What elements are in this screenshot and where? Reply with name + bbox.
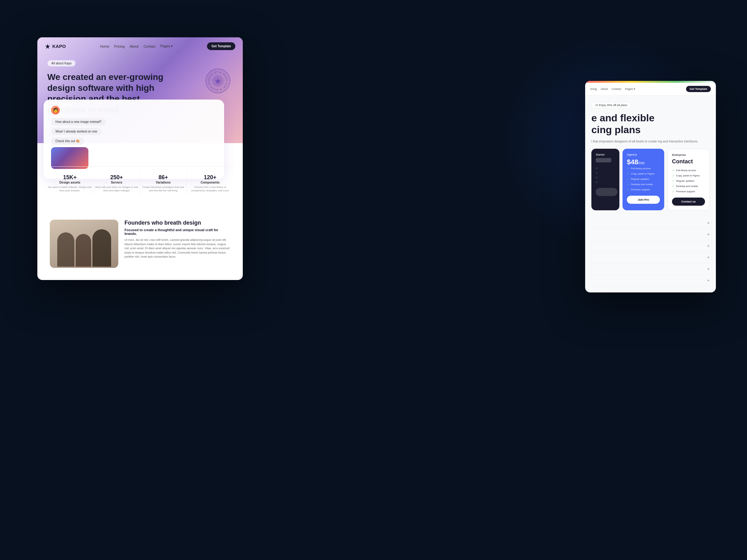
stat-number-3: 86+ xyxy=(141,174,185,181)
enterprise-features: ✓Full library access ✓Copy, paste to Fig… xyxy=(672,169,705,193)
promo-badge: 🏷 Enjoy 30% off all plans xyxy=(591,102,631,108)
logo-text: KAPO xyxy=(52,44,66,49)
svg-text:MADE BY ★ MADE FOR ★ MADE BY ★: MADE BY ★ MADE FOR ★ MADE BY ★ xyxy=(206,69,228,91)
pricing-cards: Starter ✓ ✓ ✓ ✓ Agency $48/mo ✓Full libr… xyxy=(591,149,710,214)
pricing-get-template-button[interactable]: Get Template xyxy=(686,86,711,92)
pricing-card-agency: Agency $48/mo ✓Full library access ✓Copy… xyxy=(622,149,664,210)
pricing-subtitle: l that empowers designers of all levels … xyxy=(591,139,710,144)
founders-section: Founders who breath design Focused to cr… xyxy=(37,215,243,273)
window-front: KAPO Home Pricing About Contact Pages ▾ … xyxy=(37,37,243,280)
faq-toggle-2[interactable]: + xyxy=(707,232,710,237)
pricing-nav-pricing[interactable]: ricing xyxy=(590,87,597,90)
stat-desc-4: Choose from a vast library of components… xyxy=(188,185,232,192)
agency-feature-5: ✓Premium support xyxy=(627,188,660,191)
chat-bubble-1: How about a new image instead? xyxy=(51,118,106,125)
enterprise-feature-2: ✓Copy, paste to Figma xyxy=(672,174,705,177)
chat-header: 🧑 xyxy=(51,106,216,114)
stat-desc-3: Create interactive prototypes that look … xyxy=(141,185,185,192)
faq-item-6: + xyxy=(591,275,710,286)
stat-number-4: 120+ xyxy=(188,174,232,181)
stat-number-2: 250+ xyxy=(95,174,138,181)
faq-toggle-3[interactable]: + xyxy=(707,243,710,248)
nav-pages[interactable]: Pages ▾ xyxy=(160,44,173,48)
founders-content: Founders who breath design Focused to cr… xyxy=(44,215,236,273)
enterprise-feature-4: ✓Desktop and mobile xyxy=(672,185,705,188)
agency-price: $48/mo xyxy=(627,158,660,166)
agency-tier: Agency xyxy=(627,153,660,156)
get-template-button[interactable]: Get Template xyxy=(207,42,235,50)
pricing-nav-contact[interactable]: Contact xyxy=(612,87,621,90)
faq-toggle-5[interactable]: + xyxy=(707,266,710,271)
founders-photo xyxy=(50,220,118,268)
nav-links: Home Pricing About Contact Pages ▾ xyxy=(73,44,200,48)
enterprise-feature-1: ✓Full library access xyxy=(672,169,705,172)
logo[interactable]: KAPO xyxy=(45,44,66,49)
logo-icon xyxy=(45,44,50,49)
stat-design-assets: 15K+ Design assets No need to install so… xyxy=(47,172,93,195)
stat-components: 120+ Components Choose from a vast libra… xyxy=(187,172,233,195)
pricing-nav-about[interactable]: About xyxy=(601,87,608,90)
stat-variations: 86+ Variations Create interactive protot… xyxy=(140,172,187,195)
circle-badge: MADE BY ★ MADE FOR ★ MADE BY ★ xyxy=(205,69,230,93)
enterprise-tier: Enterprise xyxy=(672,153,705,157)
chat-bubble-2: Wow! I already worked on one xyxy=(51,128,101,135)
pricing-card-starter: Starter ✓ ✓ ✓ ✓ xyxy=(591,149,619,210)
window-back: ricing About Contact Pages ▾ Get Templat… xyxy=(585,81,716,292)
faq-toggle-6[interactable]: + xyxy=(707,278,710,283)
nav-pricing[interactable]: Pricing xyxy=(114,44,125,48)
enterprise-price: Contact xyxy=(672,158,705,165)
agency-features: ✓Full library access ✓Copy, paste to Fig… xyxy=(627,167,660,191)
starter-feature-3: ✓ xyxy=(596,176,615,179)
faq-item-2: + xyxy=(591,229,710,240)
agency-feature-2: ✓Copy, paste to Figma xyxy=(627,172,660,176)
pricing-navbar: ricing About Contact Pages ▾ Get Templat… xyxy=(585,83,716,96)
pricing-nav-pages[interactable]: Pages ▾ xyxy=(625,87,635,90)
chat-avatar: 🧑 xyxy=(51,106,60,114)
stat-label-4: Components xyxy=(188,181,232,184)
stat-label-2: Servers xyxy=(95,181,138,184)
navbar: KAPO Home Pricing About Contact Pages ▾ … xyxy=(37,37,243,55)
chat-bubble-3: Check this out 🎨 xyxy=(51,137,84,145)
starter-features: ✓ ✓ ✓ ✓ xyxy=(596,167,615,184)
faq-section: + + + + + + xyxy=(585,214,716,289)
faq-item-1: + xyxy=(591,217,710,229)
pricing-content: 🏷 Enjoy 30% off all plans e and flexible… xyxy=(585,96,716,214)
join-pro-button[interactable]: Join Pro xyxy=(627,196,660,204)
faq-toggle-1[interactable]: + xyxy=(707,220,710,225)
stat-desc-1: No need to install software. Simply star… xyxy=(48,185,92,192)
stat-label-3: Variations xyxy=(141,181,185,184)
stat-servers: 250+ Servers Work with your team on desi… xyxy=(93,172,140,195)
starter-tier: Starter xyxy=(596,153,615,156)
stats-container: 15K+ Design assets No need to install so… xyxy=(44,166,236,195)
faq-item-5: + xyxy=(591,263,710,275)
contact-us-button[interactable]: Contact us xyxy=(672,197,705,206)
chat-image xyxy=(51,147,88,169)
faq-item-3: + xyxy=(591,240,710,252)
founders-subtitle: Focused to create a thoughtful and uniqu… xyxy=(125,228,230,236)
starter-feature-1: ✓ xyxy=(596,167,615,169)
founders-text: Founders who breath design Focused to cr… xyxy=(125,220,230,259)
nav-about[interactable]: About xyxy=(129,44,138,48)
hero-badge: All about Kapo xyxy=(47,60,76,66)
enterprise-feature-5: ✓Premium support xyxy=(672,190,705,193)
pricing-card-enterprise: Enterprise Contact ✓Full library access … xyxy=(667,149,710,210)
starter-feature-4: ✓ xyxy=(596,181,615,184)
promo-badge-text: 🏷 Enjoy 30% off all plans xyxy=(595,104,627,107)
faq-item-4: + xyxy=(591,252,710,263)
agency-feature-4: ✓Desktop and mobile xyxy=(627,183,660,186)
founders-desc: Ut nunc, dui sit nisl, cras velit lorem.… xyxy=(125,238,230,259)
agency-feature-1: ✓Full library access xyxy=(627,167,660,170)
founders-image xyxy=(50,220,118,268)
agency-feature-3: ✓Regular updates xyxy=(627,177,660,181)
stat-label-1: Design assets xyxy=(48,181,92,184)
stat-desc-2: Work with your team on designs in real t… xyxy=(95,185,138,192)
nav-contact[interactable]: Contact xyxy=(144,44,155,48)
enterprise-feature-3: ✓Regular updates xyxy=(672,179,705,183)
pricing-title: e and flexible cing plans xyxy=(591,112,710,136)
pricing-nav-links: ricing About Contact Pages ▾ xyxy=(590,87,682,90)
stats-grid: 15K+ Design assets No need to install so… xyxy=(47,166,233,195)
nav-home[interactable]: Home xyxy=(100,44,109,48)
stat-number-1: 15K+ xyxy=(48,174,92,181)
chat-bubbles: How about a new image instead? Wow! I al… xyxy=(51,118,216,169)
faq-toggle-4[interactable]: + xyxy=(707,255,710,260)
